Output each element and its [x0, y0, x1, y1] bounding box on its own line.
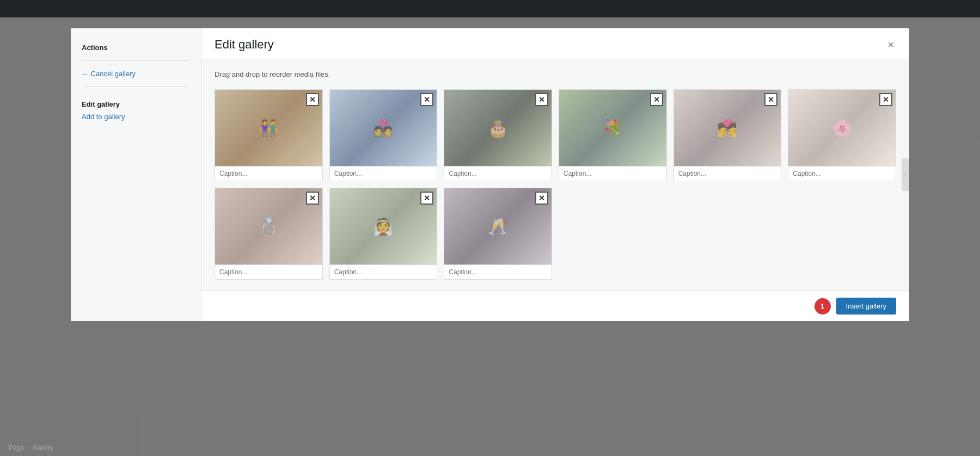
topbar — [0, 0, 980, 17]
remove-item-4-button[interactable]: ✕ — [650, 93, 663, 106]
modal-close-button[interactable]: × — [885, 37, 896, 52]
remove-item-5-button[interactable]: ✕ — [764, 93, 777, 106]
modal-main: Edit gallery × Drag and drop to reorder … — [201, 28, 909, 321]
insert-gallery-button[interactable]: Insert gallery — [836, 298, 896, 315]
edit-gallery-sidebar-title: Edit gallery — [71, 94, 201, 110]
modal-sidebar: Actions ← Cancel gallery Edit gallery Ad… — [71, 28, 201, 321]
caption-input-9[interactable] — [444, 264, 552, 279]
resize-handle[interactable]: ‹ — [902, 158, 909, 191]
caption-input-1[interactable] — [215, 166, 322, 181]
caption-input-2[interactable] — [330, 166, 437, 181]
drag-hint-text: Drag and drop to reorder media files. — [215, 70, 896, 78]
breadcrumb-separator: › — [27, 444, 29, 452]
breadcrumb: Page › Gallery — [9, 444, 53, 452]
breadcrumb-gallery: Gallery — [33, 444, 53, 452]
remove-item-6-button[interactable]: ✕ — [879, 93, 892, 106]
caption-input-7[interactable] — [215, 264, 322, 279]
caption-input-3[interactable] — [444, 166, 552, 181]
modal-overlay: Actions ← Cancel gallery Edit gallery Ad… — [0, 17, 980, 456]
gallery-item[interactable]: 👰 ✕ — [329, 188, 438, 280]
gallery-grid-row1: 👫 ✕ 💑 ✕ 🎂 ✕ — [215, 89, 896, 181]
remove-item-1-button[interactable]: ✕ — [306, 93, 319, 106]
sidebar-divider — [82, 60, 190, 61]
gallery-item[interactable]: 👫 ✕ — [215, 89, 323, 181]
page-background: Actions ← Cancel gallery Edit gallery Ad… — [0, 17, 980, 456]
add-to-gallery-link[interactable]: Add to gallery — [71, 110, 201, 123]
breadcrumb-page: Page — [9, 444, 24, 452]
edit-gallery-modal: Actions ← Cancel gallery Edit gallery Ad… — [71, 28, 909, 321]
gallery-item[interactable]: 💑 ✕ — [329, 89, 438, 181]
gallery-item[interactable]: 🎂 ✕ — [444, 89, 552, 181]
actions-title: Actions — [71, 39, 201, 54]
remove-item-3-button[interactable]: ✕ — [535, 93, 548, 106]
caption-input-4[interactable] — [559, 166, 666, 181]
sidebar-divider-2 — [82, 87, 190, 87]
gallery-item[interactable]: 💍 ✕ — [215, 188, 323, 280]
gallery-grid-row2: 💍 ✕ 👰 ✕ 🥂 ✕ — [215, 188, 896, 280]
cancel-gallery-link[interactable]: ← Cancel gallery — [71, 67, 201, 80]
gallery-item[interactable]: 🥂 ✕ — [444, 188, 552, 280]
caption-input-6[interactable] — [788, 166, 896, 181]
gallery-item[interactable]: 💏 ✕ — [673, 89, 782, 181]
remove-item-9-button[interactable]: ✕ — [535, 192, 548, 205]
modal-body: Drag and drop to reorder media files. 👫 … — [201, 59, 909, 291]
caption-input-8[interactable] — [330, 264, 437, 279]
selected-count-badge: 1 — [814, 298, 831, 315]
remove-item-2-button[interactable]: ✕ — [420, 93, 433, 106]
gallery-item[interactable]: 💐 ✕ — [559, 89, 667, 181]
remove-item-7-button[interactable]: ✕ — [306, 192, 319, 205]
modal-header: Edit gallery × — [201, 28, 909, 59]
caption-input-5[interactable] — [674, 166, 781, 181]
gallery-item[interactable]: 🌸 ✕ — [788, 89, 896, 181]
modal-title: Edit gallery — [215, 38, 274, 52]
remove-item-8-button[interactable]: ✕ — [420, 192, 433, 205]
modal-footer: 1 Insert gallery — [201, 291, 909, 321]
